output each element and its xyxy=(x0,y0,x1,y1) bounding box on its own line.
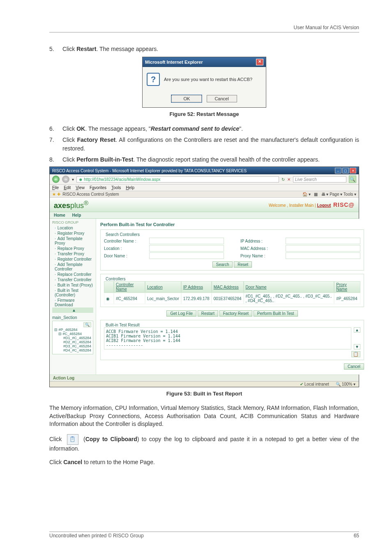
zoom-label[interactable]: 🔍 100% ▾ xyxy=(336,382,355,386)
tree-node-c[interactable]: ⊟ #C_465284 xyxy=(54,332,91,336)
logout-link[interactable]: Logout xyxy=(317,203,331,208)
welcome-text: Welcome , Installer Main | Logout RISC@ xyxy=(269,201,355,208)
scroll-down-icon[interactable]: ▼ xyxy=(354,344,360,349)
lbl-controller-name: Controller Name : xyxy=(104,239,149,243)
print-icon[interactable]: 🖶 xyxy=(321,192,325,197)
input-mac[interactable] xyxy=(286,245,360,252)
cell-ip: 172.29.49.178 xyxy=(181,293,212,304)
tree-node-d2[interactable]: #D2_#C_465284 xyxy=(54,340,91,344)
sidebar-item-replace-proxy[interactable]: Replace Proxy xyxy=(52,246,93,251)
tree-view: 🔍 ⊟ #P_465284 ⊟ #C_465284 #D1_#C_465284 … xyxy=(52,321,93,354)
search-icon[interactable]: 🔍 xyxy=(349,176,356,183)
sidebar-item-register-proxy[interactable]: Register Proxy xyxy=(52,231,93,236)
list-text-6: Click OK. The message appears, "Restart … xyxy=(62,125,359,133)
sidebar-item-replace-controller[interactable]: Replace Controller xyxy=(52,272,93,277)
tree-node-d3[interactable]: #D3_#C_465284 xyxy=(54,344,91,348)
sidebar-item-add-template-controller[interactable]: Add Template Controller xyxy=(52,262,93,272)
ok-button[interactable]: OK xyxy=(171,95,202,102)
tree-node-d1[interactable]: #D1_#C_465284 xyxy=(54,336,91,340)
col-ip[interactable]: IP Address xyxy=(181,281,212,293)
table-row[interactable]: ◉ #C_465284 Loc_main_Sector 172.29.49.17… xyxy=(104,293,360,304)
zone-icon: ✔ xyxy=(300,382,303,386)
home-icon[interactable]: 🏠 xyxy=(302,192,307,197)
result-text: ACCB Firmware Version = 1.144 ACIB1 Firm… xyxy=(104,327,351,349)
sidebar-item-bit-proxy[interactable]: Built in Test (Proxy) xyxy=(52,282,93,288)
sidebar-item-transfer-controller[interactable]: Transfer Controller xyxy=(52,277,93,282)
address-bar[interactable]: ☻ http://01hw182234/acis/MainWindow.aspx xyxy=(76,176,279,183)
sidebar-item-add-template-proxy[interactable]: Add Template Proxy xyxy=(52,236,93,246)
menu-edit[interactable]: Edit xyxy=(64,185,71,190)
add-favorite-icon[interactable]: ✚ xyxy=(57,192,60,197)
sidebar-item-transfer-proxy[interactable]: Transfer Proxy xyxy=(52,251,93,257)
sidebar: RISCO GROUP Location Register Proxy Add … xyxy=(50,219,96,375)
menu-file[interactable]: File xyxy=(52,185,59,190)
feeds-icon[interactable]: ▦ xyxy=(314,192,318,197)
factory-reset-button[interactable]: Factory Reset xyxy=(219,310,252,317)
action-log-header[interactable]: Action Log xyxy=(50,375,359,381)
sidebar-item-firmware[interactable]: Firmware Download xyxy=(52,298,93,308)
figure-52-caption: Figure 52: Restart Message xyxy=(49,111,359,117)
svg-rect-1 xyxy=(71,436,73,437)
menu-tools[interactable]: Tools xyxy=(111,185,121,190)
zone-label: Local intranet xyxy=(304,382,329,386)
lbl-proxy: Proxy Name : xyxy=(240,254,286,258)
search-box[interactable]: Live Search xyxy=(293,176,346,183)
search-button[interactable]: Search xyxy=(212,261,233,268)
input-location[interactable] xyxy=(149,245,224,252)
menu-view[interactable]: View xyxy=(76,185,85,190)
col-name[interactable]: Controller Name xyxy=(114,281,145,293)
perform-bit-button[interactable]: Perform Built In Test xyxy=(254,310,298,317)
get-log-button[interactable]: Get Log File xyxy=(166,310,196,317)
input-proxy[interactable] xyxy=(286,252,360,259)
col-location[interactable]: Location xyxy=(145,281,181,293)
legend-result: Built-in Test Result xyxy=(104,323,141,327)
reset-button[interactable]: Reset xyxy=(234,261,252,268)
col-proxy[interactable]: Proxy Name xyxy=(334,281,360,293)
forward-icon[interactable]: → xyxy=(62,176,69,183)
minimize-icon[interactable]: – xyxy=(335,168,341,173)
menu-help[interactable]: Help xyxy=(126,185,134,190)
cancel-button[interactable]: Cancel xyxy=(207,95,237,102)
sidebar-item-location[interactable]: Location xyxy=(52,225,93,231)
stop-icon[interactable]: ✕ xyxy=(287,177,291,182)
copy-icon[interactable]: 📋 xyxy=(351,351,360,357)
toolbar-right[interactable]: 🏠 ▾ ▦ 🖶 ▾ Page ▾ Tools ▾ xyxy=(302,192,356,197)
scroll-up-icon[interactable]: ▲ xyxy=(354,327,360,333)
cell-name: #C_465284 xyxy=(114,293,145,304)
back-icon[interactable]: ← xyxy=(52,176,60,183)
tab-help[interactable]: Help xyxy=(72,213,81,217)
refresh-icon[interactable]: ↻ xyxy=(281,177,285,182)
input-ip[interactable] xyxy=(286,238,360,244)
tree-node-d4[interactable]: #D4_#C_465284 xyxy=(54,348,91,352)
list-num-8: 8. xyxy=(49,155,57,164)
sidebar-item-register-controller[interactable]: Register Controller xyxy=(52,257,93,262)
tree-node-p[interactable]: ⊟ #P_465284 xyxy=(54,328,91,332)
menu-favorites[interactable]: Favorites xyxy=(90,185,106,190)
col-door[interactable]: Door Name xyxy=(244,281,334,293)
restart-button[interactable]: Restart xyxy=(198,310,218,317)
input-door-name[interactable] xyxy=(149,252,224,259)
risco-logo: RISC@ xyxy=(333,201,355,208)
url-prefix: ▾ xyxy=(72,177,74,182)
close-icon[interactable]: ✕ xyxy=(256,59,263,65)
paragraph-2: Click (Copy to Clipboard) to copy the lo… xyxy=(49,434,359,453)
cell-loc: Loc_main_Sector xyxy=(145,293,181,304)
tab-home[interactable]: Home xyxy=(54,213,65,217)
list-text-8: Click Perform Built-in-Test. The diagnos… xyxy=(62,155,359,164)
legend-search: Search Controllers xyxy=(104,232,141,237)
tree-search-icon[interactable]: 🔍 xyxy=(83,322,91,327)
main-cancel-button[interactable]: Cancel xyxy=(344,363,364,370)
input-controller-name[interactable] xyxy=(149,238,224,244)
restart-dialog: Microsoft Internet Explorer ✕ ? Are you … xyxy=(142,57,266,108)
browser-window: RISCO Access Control System - Microsoft … xyxy=(49,166,359,387)
legend-controllers: Controllers xyxy=(104,277,127,281)
favorites-icon[interactable]: ★ xyxy=(52,192,56,197)
browser-tab[interactable]: RISCO Access Control System xyxy=(62,192,119,197)
dialog-title: Microsoft Internet Explorer xyxy=(145,60,203,65)
col-mac[interactable]: MAC Address xyxy=(212,281,244,293)
close-window-icon[interactable]: ✕ xyxy=(350,168,356,173)
numbered-list-2: 6. Click OK. The message appears, "Resta… xyxy=(49,125,359,164)
maximize-icon[interactable]: ▢ xyxy=(342,168,349,173)
row-select[interactable]: ◉ xyxy=(104,293,114,304)
sidebar-item-bit-controller[interactable]: Built in Test (Controller) xyxy=(52,288,93,298)
